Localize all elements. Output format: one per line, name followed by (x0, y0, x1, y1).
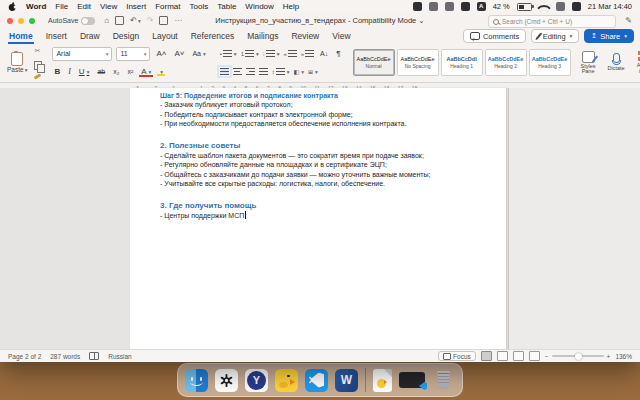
bullets-button[interactable]: •▾ (220, 50, 237, 57)
zoom-slider-knob[interactable] (575, 353, 582, 360)
borders-button[interactable]: ⊞▾ (308, 68, 318, 75)
grow-font-button[interactable]: A˄ (154, 49, 168, 58)
close-window-button[interactable] (7, 18, 13, 24)
battery-icon[interactable] (517, 3, 532, 11)
settings-status-icon[interactable] (445, 2, 454, 11)
draft-view-button[interactable] (529, 351, 540, 361)
style-heading-1[interactable]: AaBbCcDdI Heading 1 (441, 49, 483, 76)
screen-record-icon[interactable] (413, 2, 422, 11)
copy-button[interactable] (34, 61, 42, 70)
web-layout-view-button[interactable] (497, 351, 508, 361)
word-count[interactable]: 287 words (50, 353, 80, 360)
comments-button[interactable]: Comments (463, 29, 526, 43)
app-status-icon[interactable] (461, 2, 470, 11)
style-no-spacing[interactable]: AaBbCcDdEe No Spacing (397, 49, 439, 76)
show-paragraph-marks-button[interactable]: ¶ (334, 49, 342, 58)
proofing-icon[interactable] (89, 352, 99, 360)
change-case-button[interactable]: Aa▾ (190, 50, 207, 57)
user-account-icon[interactable] (572, 2, 581, 11)
yandex-browser-icon[interactable]: Y (245, 369, 268, 392)
keyboard-layout-icon[interactable]: A (477, 2, 486, 11)
cyberduck-icon[interactable] (275, 369, 298, 392)
tab-mailings[interactable]: Mailings (246, 29, 279, 44)
menu-word[interactable]: Word (26, 2, 46, 11)
menu-format[interactable]: Format (155, 2, 180, 11)
menu-edit[interactable]: Edit (77, 2, 91, 11)
recent-document-icon[interactable] (373, 369, 392, 392)
styles-pane-button[interactable]: Styles Pane (579, 46, 598, 79)
font-color-button[interactable]: A▾ (139, 67, 153, 76)
status-extra-icon[interactable] (429, 2, 438, 11)
home-icon[interactable]: ⌂ (104, 16, 109, 25)
underline-button[interactable]: U▾ (77, 67, 92, 76)
word-dock-icon[interactable]: W (335, 369, 358, 392)
tab-insert[interactable]: Insert (45, 29, 68, 44)
minimize-window-button[interactable] (18, 18, 24, 24)
align-left-button[interactable] (220, 68, 229, 75)
tab-references[interactable]: References (190, 29, 235, 44)
tab-layout[interactable]: Layout (151, 29, 179, 44)
multilevel-list-button[interactable]: ⁝▾ (263, 50, 280, 57)
paste-button[interactable]: Paste▾ (4, 46, 30, 79)
menu-help[interactable]: Help (283, 2, 299, 11)
trash-icon[interactable] (432, 369, 455, 392)
outline-view-button[interactable] (513, 351, 524, 361)
search-input[interactable]: Search (Cmd + Ctrl + U) (488, 15, 616, 28)
tab-design[interactable]: Design (112, 29, 140, 44)
print-icon[interactable] (159, 16, 168, 25)
style-normal[interactable]: AaBbCcDdEe Normal (353, 49, 395, 76)
focus-mode-button[interactable]: Focus (438, 351, 476, 361)
zoom-percent[interactable]: 136% (615, 353, 632, 360)
menu-window[interactable]: Window (245, 2, 273, 11)
wifi-icon[interactable] (537, 0, 551, 14)
bold-button[interactable]: B (52, 67, 62, 76)
align-right-button[interactable] (246, 68, 255, 75)
style-heading-2[interactable]: AaBbCcDdEe Heading 2 (485, 49, 527, 76)
language-indicator[interactable]: Russian (108, 353, 131, 360)
undo-icon[interactable]: ↶▾ (130, 16, 140, 25)
style-heading-3[interactable]: AaBbCcDdEe Heading 3 (529, 49, 571, 76)
apple-menu-icon[interactable] (8, 2, 17, 12)
shading-button[interactable]: ◧▾ (294, 68, 304, 75)
save-icon[interactable] (115, 16, 124, 25)
chatgpt-icon[interactable] (215, 369, 238, 392)
more-commands-icon[interactable]: ··· (174, 16, 182, 25)
minimized-window-icon[interactable] (399, 372, 425, 388)
highlight-button[interactable]: ▾ (157, 69, 165, 75)
zoom-slider[interactable] (552, 355, 604, 357)
add-ins-button[interactable]: Add-ins (635, 46, 640, 79)
italic-button[interactable]: I (66, 67, 73, 76)
superscript-button[interactable]: x² (125, 68, 135, 75)
zoom-in-button[interactable]: + (607, 353, 611, 360)
font-size-select[interactable]: 11▾ (116, 47, 150, 61)
control-center-icon[interactable] (556, 2, 565, 11)
document-page[interactable]: Шаг 5: Подведение итогов и подписание ко… (130, 88, 506, 350)
decrease-indent-button[interactable]: « (283, 50, 296, 57)
page-indicator[interactable]: Page 2 of 2 (8, 353, 41, 360)
share-link-icon[interactable]: ✎ (625, 16, 632, 25)
strikethrough-button[interactable]: ab (95, 68, 107, 75)
finder-icon[interactable] (185, 369, 208, 392)
justify-button[interactable] (259, 68, 268, 75)
tab-view[interactable]: View (331, 29, 351, 44)
increase-indent-button[interactable]: » (301, 50, 314, 57)
zoom-window-button[interactable] (29, 18, 35, 24)
menubar-clock[interactable]: 21 Mar 14:40 (588, 2, 632, 11)
menu-table[interactable]: Table (217, 2, 236, 11)
subscript-button[interactable]: x₂ (111, 68, 121, 75)
menu-view[interactable]: View (100, 2, 117, 11)
tab-home[interactable]: Home (8, 29, 34, 44)
cut-button[interactable]: ✂ (34, 47, 42, 55)
format-painter-button[interactable] (34, 73, 42, 79)
font-name-select[interactable]: Arial▾ (52, 47, 112, 61)
editing-mode-button[interactable]: Editing▾ (531, 29, 579, 43)
autosave-toggle[interactable] (81, 17, 95, 25)
dictate-button[interactable]: Dictate (606, 46, 627, 79)
print-layout-view-button[interactable] (481, 351, 492, 361)
shrink-font-button[interactable]: A˅ (172, 49, 186, 58)
align-center-button[interactable] (233, 68, 242, 75)
zoom-out-button[interactable]: − (545, 353, 549, 360)
menu-file[interactable]: File (55, 2, 68, 11)
tab-draw[interactable]: Draw (79, 29, 101, 44)
vscode-icon[interactable] (305, 369, 328, 392)
